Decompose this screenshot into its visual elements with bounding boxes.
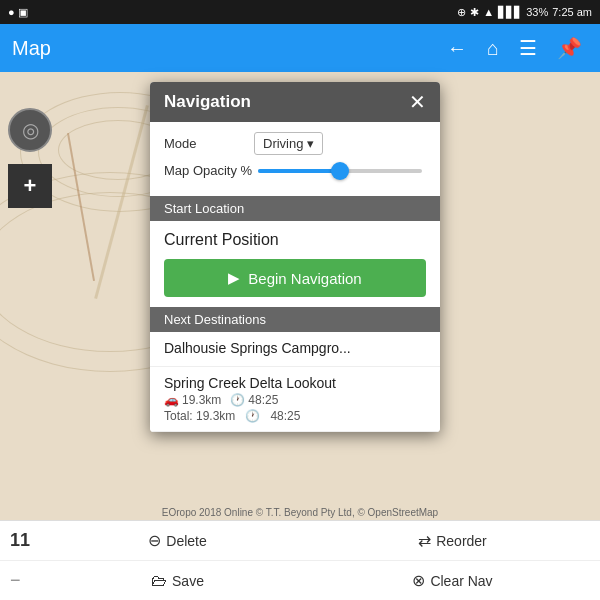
navigation-modal: Navigation ✕ Mode Driving ▾ Map Opacity … (150, 82, 440, 432)
current-position-text: Current Position (164, 231, 426, 249)
waypoint-count: 11 (10, 530, 40, 551)
app-bar-title: Map (12, 37, 433, 60)
dest-total-label: Total: 19.3km (164, 409, 235, 423)
delete-label: Delete (166, 533, 206, 549)
dest-total-clock: 🕐 (245, 409, 260, 423)
dest-time: 48:25 (248, 393, 278, 407)
car-icon: 🚗 (164, 393, 179, 407)
clear-nav-icon: ⊗ (412, 571, 425, 590)
mode-label: Mode (164, 136, 254, 151)
modal-body: Mode Driving ▾ Map Opacity % (150, 122, 440, 196)
dest-distance: 19.3km (182, 393, 221, 407)
map-controls: ◎ + (8, 102, 52, 208)
slider-thumb[interactable] (331, 162, 349, 180)
save-icon: 🗁 (151, 572, 167, 590)
time-text: 7:25 am (552, 6, 592, 18)
action-row-2: − 🗁 Save ⊗ Clear Nav (0, 561, 600, 600)
modal-close-button[interactable]: ✕ (409, 92, 426, 112)
begin-nav-icon: ▶ (228, 269, 240, 287)
locate-button[interactable]: ◎ (8, 108, 52, 152)
save-button[interactable]: 🗁 Save (40, 568, 315, 594)
map-attribution: EOropo 2018 Online © T.T. Beyond Pty Ltd… (0, 507, 600, 518)
mode-dropdown[interactable]: Driving ▾ (254, 132, 323, 155)
destination-item-2[interactable]: Spring Creek Delta Lookout 🚗 19.3km 🕐 48… (150, 367, 440, 432)
opacity-slider[interactable] (258, 169, 422, 173)
dest-total-time: 48:25 (270, 409, 300, 423)
reorder-label: Reorder (436, 533, 487, 549)
bluetooth-icon: ✱ (470, 6, 479, 19)
status-left-icons: ● ▣ (8, 6, 28, 19)
clock-icon: 🕐 (230, 393, 245, 407)
dest-car-icon-row: 🚗 19.3km 🕐 48:25 (164, 393, 278, 407)
signal-icon: ▋▋▋ (498, 6, 522, 19)
save-label: Save (172, 573, 204, 589)
begin-nav-label: Begin Navigation (248, 270, 361, 287)
modal-title: Navigation (164, 92, 251, 112)
wifi-icon: ▲ (483, 6, 494, 18)
reorder-button[interactable]: ⇄ Reorder (315, 527, 590, 554)
action-row-1: 11 ⊖ Delete ⇄ Reorder (0, 521, 600, 561)
delete-button[interactable]: ⊖ Delete (40, 527, 315, 554)
destination-item-1[interactable]: Dalhousie Springs Campgro... (150, 332, 440, 367)
mode-row: Mode Driving ▾ (164, 132, 426, 155)
opacity-row: Map Opacity % (164, 163, 426, 178)
mode-value: Driving (263, 136, 303, 151)
notification-icon: ● ▣ (8, 6, 28, 19)
start-location-body: Current Position ▶ Begin Navigation (150, 221, 440, 307)
destination-name-2: Spring Creek Delta Lookout (164, 375, 426, 391)
status-bar: ● ▣ ⊕ ✱ ▲ ▋▋▋ 33% 7:25 am (0, 0, 600, 24)
gps-icon: ⊕ (457, 6, 466, 19)
delete-icon: ⊖ (148, 531, 161, 550)
pin-button[interactable]: 📌 (551, 32, 588, 64)
destination-details-2: 🚗 19.3km 🕐 48:25 (164, 393, 426, 407)
modal-header: Navigation ✕ (150, 82, 440, 122)
status-right-icons: ⊕ ✱ ▲ ▋▋▋ 33% 7:25 am (457, 6, 592, 19)
reorder-icon: ⇄ (418, 531, 431, 550)
clear-nav-button[interactable]: ⊗ Clear Nav (315, 567, 590, 594)
clear-nav-label: Clear Nav (430, 573, 492, 589)
home-button[interactable]: ⌂ (481, 33, 505, 64)
action-bar: 11 ⊖ Delete ⇄ Reorder − 🗁 Save ⊗ Clear N… (0, 520, 600, 600)
mode-arrow-icon: ▾ (307, 136, 314, 151)
destination-total-2: Total: 19.3km 🕐 48:25 (164, 409, 426, 423)
next-destinations-header: Next Destinations (150, 307, 440, 332)
opacity-label: Map Opacity % (164, 163, 254, 178)
list-button[interactable]: ☰ (513, 32, 543, 64)
app-bar: Map ← ⌂ ☰ 📌 (0, 24, 600, 72)
battery-text: 33% (526, 6, 548, 18)
minus-separator: − (10, 570, 40, 591)
start-location-header: Start Location (150, 196, 440, 221)
destinations-list: Dalhousie Springs Campgro... Spring Cree… (150, 332, 440, 432)
begin-navigation-button[interactable]: ▶ Begin Navigation (164, 259, 426, 297)
back-button[interactable]: ← (441, 33, 473, 64)
destination-name-1: Dalhousie Springs Campgro... (164, 340, 426, 356)
zoom-in-button[interactable]: + (8, 164, 52, 208)
